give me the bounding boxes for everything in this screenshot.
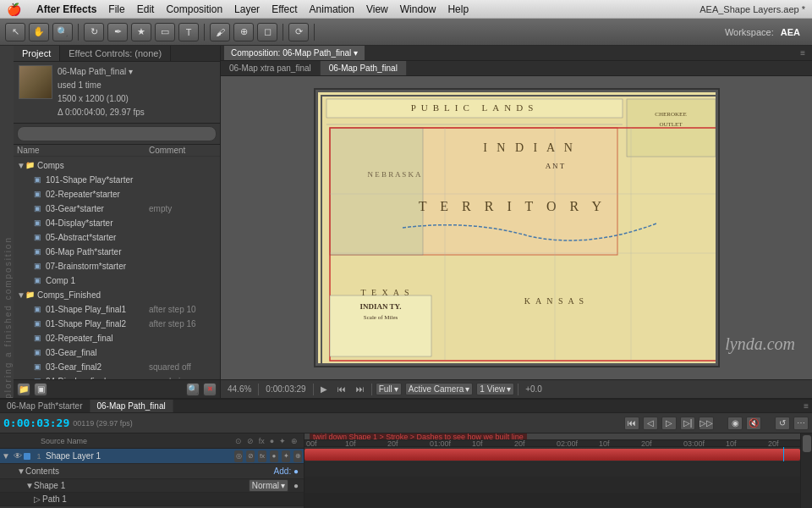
tl-options[interactable]: ⋯ (793, 417, 809, 430)
switch-lock[interactable]: ⊘ (246, 450, 255, 462)
tl-tab-final[interactable]: 06-Map Path_final (91, 400, 173, 412)
tool-eraser[interactable]: ◻ (257, 23, 277, 41)
timeline-ruler[interactable]: 00f 10f 20f 01:00f 10f 20f 02:00f 10f 20… (304, 440, 800, 447)
tl-step-back[interactable]: ◁ (643, 417, 658, 430)
right-panel: Composition: 06-Map Path_final ▾ ≡ 06-Ma… (221, 46, 812, 398)
tab-project[interactable]: Project (14, 46, 60, 61)
tool-text[interactable]: T (178, 23, 199, 41)
switch-quality[interactable]: ● (270, 450, 278, 462)
toolbar-sep-4 (314, 24, 315, 41)
tree-item-shape-final2[interactable]: ▣ 01-Shape Play_final2 after step 16 (14, 317, 220, 331)
tool-clone[interactable]: ⊕ (233, 23, 254, 41)
tl-tab-starter[interactable]: 06-Map Path*starter (0, 400, 91, 412)
menu-edit[interactable]: Edit (137, 3, 155, 15)
tool-select[interactable]: ↖ (5, 23, 25, 41)
main-layout: Project Effect Controls: (none) 06-Map P… (14, 46, 812, 398)
btn-search[interactable]: 🔍 (186, 383, 200, 396)
layer-row-1[interactable]: ▼ 👁 1 Shape Layer 1 ◎ ⊘ fx ● ✦ ⊕ (0, 449, 304, 464)
folder-comps[interactable]: ▼ 📁 Comps (14, 158, 220, 173)
btn-delete[interactable]: ✖ (203, 383, 217, 396)
viewer-play[interactable]: ▶ (317, 384, 331, 395)
menu-effect[interactable]: Effect (272, 3, 297, 15)
tree-item-brainstorm-starter[interactable]: ▣ 07-Brainstorm*starter (14, 259, 220, 273)
tl-loop[interactable]: ↺ (775, 417, 790, 430)
tl-panel-menu[interactable]: ≡ (800, 401, 812, 411)
tree-item-abstract-starter[interactable]: ▣ 05-Abstract*starter (14, 230, 220, 245)
apple-menu[interactable]: 🍎 (7, 3, 21, 16)
menu-after-effects[interactable]: After Effects (36, 3, 96, 15)
tree-item-gear-final2[interactable]: ▣ 03-Gear_final2 squared off (14, 360, 220, 374)
tab-effect-controls[interactable]: Effect Controls: (none) (60, 46, 171, 61)
shape-row[interactable]: ▼ Shape 1 Normal ▾ ● (0, 479, 304, 493)
search-input[interactable] (17, 126, 217, 141)
switch-3d[interactable]: ✦ (282, 450, 290, 462)
timeline-scrollbar[interactable] (800, 433, 812, 508)
btn-new-composition[interactable]: ▣ (34, 383, 47, 396)
tool-pen[interactable]: ✒ (107, 23, 128, 41)
tl-play-from-start[interactable]: ⏮ (624, 417, 639, 430)
menu-view[interactable]: View (366, 3, 388, 15)
tree-item-comp1[interactable]: ▣ Comp 1 (14, 273, 220, 288)
add-btn[interactable]: Add: ● (271, 467, 302, 476)
project-used: used 1 time (58, 79, 145, 92)
viewer-view-dropdown[interactable]: 1 View ▾ (476, 383, 514, 395)
tab-map-xtra[interactable]: 06-Map xtra pan_final (221, 61, 321, 75)
workspace-value: AEA (781, 27, 800, 37)
toolbar-sep-2 (204, 24, 205, 41)
tl-ram-preview[interactable]: ▷▷ (699, 417, 714, 430)
tool-rect[interactable]: ▭ (155, 23, 175, 41)
timeline-scroll-thumb[interactable] (803, 435, 811, 452)
shape-mode-dropdown[interactable]: Normal ▾ (249, 479, 288, 492)
viewer-camera-dropdown[interactable]: Active Camera ▾ (405, 383, 474, 395)
timeline-bars[interactable] (304, 447, 800, 508)
tool-brush[interactable]: 🖌 (210, 23, 230, 41)
viewer-sep-1 (258, 384, 259, 395)
tree-item-gear-final[interactable]: ▣ 03-Gear_final (14, 345, 220, 360)
tree-item-gear-starter[interactable]: ▣ 03-Gear*starter empty (14, 202, 220, 216)
tool-star[interactable]: ★ (131, 23, 151, 41)
map-container: PUBLIC LANDS CHEROKEE OUTLET N E B R A S… (314, 88, 720, 367)
menu-help[interactable]: Help (447, 3, 469, 15)
tool-puppet[interactable]: ⟳ (288, 23, 309, 41)
layer-eye-1[interactable]: 👁 (12, 451, 24, 461)
tree-item-map-starter[interactable]: ▣ 06-Map Path*starter (14, 245, 220, 259)
menu-composition[interactable]: Composition (166, 3, 222, 15)
menu-file[interactable]: File (108, 3, 124, 15)
tl-bar-row-shape (304, 478, 800, 493)
layer-expand-1[interactable]: ▼ (2, 451, 12, 461)
tree-item-repeater-starter[interactable]: ▣ 02-Repeater*starter (14, 187, 220, 202)
tree-item-shape-starter[interactable]: ▣ 101-Shape Play*starter (14, 173, 220, 187)
contents-row[interactable]: ▼ Contents Add: ● (0, 464, 304, 479)
layer-name-1: Shape Layer 1 (46, 451, 234, 461)
viewer-quality-dropdown[interactable]: Full ▾ (376, 383, 402, 395)
timeline-section: 06-Map Path*starter 06-Map Path_final ≡ … (0, 398, 812, 508)
tool-hand[interactable]: ✋ (29, 23, 49, 41)
viewer-zoom[interactable]: 44.6% (224, 384, 255, 395)
tl-step-fwd[interactable]: ▷| (680, 417, 695, 430)
tl-play-pause[interactable]: ▷ (661, 417, 677, 430)
menu-window[interactable]: Window (400, 3, 436, 15)
switch-motion[interactable]: ⊕ (294, 450, 302, 462)
tree-item-display-starter[interactable]: ▣ 04-Display*starter (14, 216, 220, 230)
tool-zoom[interactable]: 🔍 (52, 23, 73, 41)
switch-eye[interactable]: ◎ (234, 450, 243, 462)
folder-comps-finished[interactable]: ▼ 📁 Comps_Finished (14, 288, 220, 302)
viewer-step-fwd[interactable]: ⏭ (353, 384, 368, 395)
tool-rotate[interactable]: ↻ (84, 23, 104, 41)
tl-solo[interactable]: ◉ (727, 417, 743, 430)
viewer[interactable]: PUBLIC LANDS CHEROKEE OUTLET N E B R A S… (221, 76, 812, 379)
menu-animation[interactable]: Animation (310, 3, 354, 15)
menu-layer[interactable]: Layer (234, 3, 260, 15)
timeline-tabs: 06-Map Path*starter 06-Map Path_final ≡ (0, 400, 812, 413)
viewer-step-back[interactable]: ⏮ (334, 384, 349, 395)
tl-mute[interactable]: 🔇 (746, 417, 761, 430)
path-row[interactable]: ▷ Path 1 (0, 493, 304, 506)
layer-col-headers: Source Name ⊙⊘fx●✦⊕ (0, 433, 304, 449)
map-bg: PUBLIC LANDS CHEROKEE OUTLET N E B R A S… (315, 90, 718, 366)
tab-map-final[interactable]: 06-Map Path_final (321, 61, 407, 75)
tree-item-repeater-final[interactable]: ▣ 02-Repeater_final (14, 331, 220, 345)
switch-fx[interactable]: fx (258, 450, 266, 462)
tree-item-shape-final1[interactable]: ▣ 01-Shape Play_final1 after step 10 (14, 302, 220, 317)
btn-new-folder[interactable]: 📁 (17, 383, 30, 396)
file-tree[interactable]: ▼ 📁 Comps ▣ 101-Shape Play*starter ▣ 02-… (14, 157, 220, 379)
